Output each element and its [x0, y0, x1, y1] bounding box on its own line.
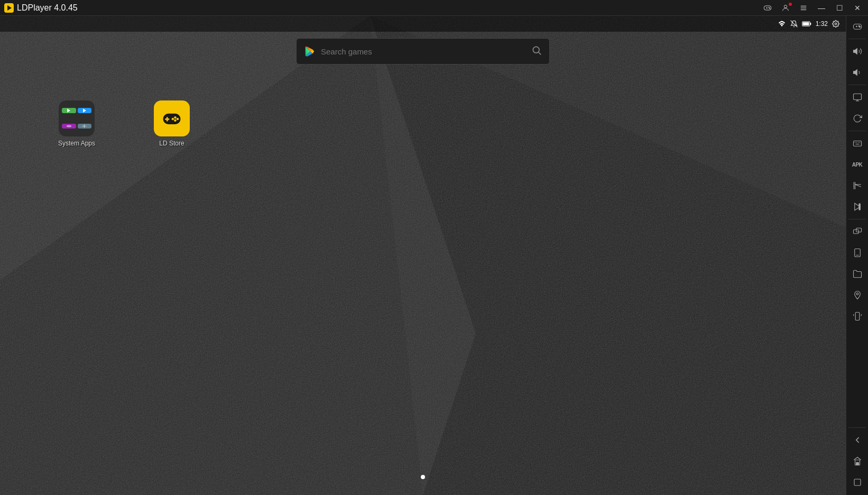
- ld-store-icon-img: [154, 100, 190, 136]
- svg-point-28: [67, 126, 68, 127]
- svg-point-42: [859, 26, 860, 28]
- notification-icon: [790, 20, 798, 28]
- rotate-sidebar-icon[interactable]: [847, 108, 867, 129]
- svg-marker-43: [853, 49, 857, 54]
- sidebar-divider-3: [848, 131, 866, 131]
- svg-point-34: [174, 116, 177, 119]
- svg-point-27: [68, 125, 70, 127]
- system-apps-label: System Apps: [58, 140, 95, 147]
- svg-marker-44: [853, 70, 857, 76]
- search-input[interactable]: [321, 47, 531, 56]
- volume-up-sidebar-icon[interactable]: [847, 41, 867, 61]
- system-apps-icon-img: [59, 100, 95, 136]
- svg-point-5: [769, 7, 769, 7]
- maximize-button[interactable]: ☐: [831, 1, 848, 15]
- svg-line-24: [539, 52, 541, 54]
- record-sidebar-icon[interactable]: [847, 197, 867, 217]
- settings-icon[interactable]: [832, 20, 839, 28]
- svg-line-18: [790, 21, 797, 28]
- svg-rect-57: [859, 204, 860, 210]
- svg-point-30: [84, 126, 85, 127]
- svg-marker-26: [83, 109, 86, 113]
- gamepad-title-icon[interactable]: [759, 1, 776, 15]
- right-sidebar: APK: [846, 16, 868, 495]
- svg-rect-66: [854, 479, 861, 485]
- google-play-icon: [304, 45, 316, 57]
- shake-sidebar-icon[interactable]: [847, 306, 867, 326]
- svg-rect-60: [854, 249, 860, 257]
- title-bar-controls: — ☐ ✕: [759, 1, 868, 15]
- svg-point-7: [784, 5, 787, 7]
- svg-rect-63: [855, 313, 860, 320]
- title-bar: LDPlayer 4.0.45 — ☐ ✕: [0, 0, 868, 16]
- gamepad-sidebar-icon[interactable]: [847, 16, 867, 36]
- svg-rect-20: [810, 23, 811, 25]
- ld-store-icon[interactable]: LD Store: [148, 100, 196, 147]
- menu-title-icon[interactable]: [795, 1, 812, 15]
- svg-point-6: [769, 8, 770, 8]
- phone-sidebar-icon[interactable]: [847, 243, 867, 263]
- ld-store-label: LD Store: [159, 140, 184, 147]
- search-icon[interactable]: [531, 45, 542, 58]
- volume-down-sidebar-icon[interactable]: [847, 62, 867, 82]
- svg-rect-48: [853, 141, 861, 146]
- svg-point-22: [835, 23, 837, 25]
- sidebar-divider-bottom: [848, 427, 866, 428]
- svg-point-62: [856, 293, 858, 295]
- page-indicator: [421, 475, 425, 479]
- system-apps-icon[interactable]: System Apps: [53, 100, 100, 147]
- minimize-button[interactable]: —: [813, 1, 830, 15]
- sidebar-bottom: [846, 426, 868, 495]
- svg-point-36: [174, 119, 177, 122]
- close-button[interactable]: ✕: [849, 1, 866, 15]
- apk-sidebar-icon[interactable]: APK: [847, 154, 867, 175]
- recents-sidebar-icon[interactable]: [847, 472, 867, 492]
- multi-instance-sidebar-icon[interactable]: [847, 222, 867, 242]
- desktop: System Apps LD Store: [0, 32, 846, 495]
- sidebar-divider-4: [848, 219, 866, 219]
- title-bar-left: LDPlayer 4.0.45: [0, 3, 78, 13]
- svg-rect-33: [165, 118, 169, 120]
- user-title-icon[interactable]: [777, 1, 794, 15]
- location-sidebar-icon[interactable]: [847, 285, 867, 305]
- screen-sidebar-icon[interactable]: [847, 87, 867, 107]
- status-time: 1:32: [816, 20, 828, 28]
- svg-rect-21: [802, 22, 809, 25]
- back-sidebar-icon[interactable]: [847, 430, 867, 450]
- sidebar-divider-1: [848, 39, 866, 39]
- svg-point-23: [533, 47, 539, 53]
- ldplayer-logo-icon: [4, 3, 14, 13]
- svg-point-29: [70, 126, 71, 127]
- svg-rect-45: [853, 94, 861, 99]
- wifi-icon: [778, 20, 786, 28]
- title-app-name: LDPlayer 4.0.45: [17, 3, 78, 13]
- search-bar[interactable]: [296, 38, 550, 65]
- main-content: 1:32: [0, 16, 846, 495]
- svg-point-35: [177, 118, 179, 121]
- screenshot-sidebar-icon[interactable]: [847, 176, 867, 196]
- svg-marker-25: [67, 109, 70, 113]
- home-sidebar-icon[interactable]: [847, 451, 867, 471]
- android-status-bar: 1:32: [0, 16, 846, 32]
- keyboard-sidebar-icon[interactable]: [847, 133, 867, 153]
- svg-point-37: [172, 118, 174, 121]
- svg-rect-65: [856, 462, 858, 465]
- battery-icon: [802, 21, 811, 27]
- folder-sidebar-icon[interactable]: [847, 264, 867, 284]
- search-container: [296, 38, 550, 65]
- sidebar-divider-2: [848, 85, 866, 85]
